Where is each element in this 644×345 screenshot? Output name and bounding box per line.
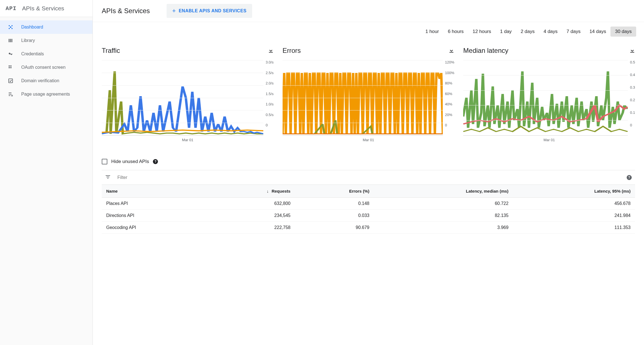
ylabel: 0.1: [630, 110, 635, 115]
ylabel: 0: [445, 123, 454, 127]
ylabel: 0.2: [630, 98, 635, 102]
ylabel: 1.5/s: [266, 92, 273, 96]
ylabel: 3.0/s: [266, 60, 273, 64]
chart-title: Median latency: [463, 47, 508, 55]
sidebar-item-dashboard[interactable]: Dashboard: [0, 20, 93, 34]
cell-errors: 0.148: [295, 198, 374, 210]
time-range-30-days[interactable]: 30 days: [610, 27, 636, 37]
cell-errors: 0.033: [295, 210, 374, 222]
sidebar-item-oauth-consent[interactable]: OAuth consent screen: [0, 61, 93, 74]
svg-rect-8: [9, 65, 10, 67]
ylabel: 0.4: [630, 73, 635, 77]
chart-ylabels: 120% 100% 80% 60% 40% 20% 0: [445, 60, 454, 127]
filter-icon[interactable]: [105, 174, 111, 181]
time-range-6-hours[interactable]: 6 hours: [443, 27, 468, 37]
svg-rect-19: [630, 52, 634, 53]
cell-latency-median: 60.722: [374, 198, 513, 210]
hide-unused-apis-row: Hide unused APIs ?: [93, 148, 644, 170]
chart-ylabels: 3.0/s 2.5/s 2.0/s 1.5/s 1.0/s 0.5/s 0: [266, 60, 273, 127]
ylabel: 0: [266, 123, 273, 127]
svg-rect-6: [10, 39, 11, 42]
sidebar-item-label: Domain verification: [21, 78, 59, 83]
ylabel: 80%: [445, 81, 454, 85]
cell-name: Geocoding API: [102, 222, 207, 234]
column-header-latency-median[interactable]: Latency, median (ms): [374, 185, 513, 198]
chart-ylabels: 0.5 0.4 0.3 0.2 0.1 0: [630, 60, 635, 127]
sort-down-icon: ↓: [267, 189, 269, 193]
svg-rect-7: [11, 39, 12, 42]
chart-plot: [102, 60, 263, 136]
column-header-errors[interactable]: Errors (%): [295, 185, 374, 198]
cell-latency-95: 456.678: [513, 198, 635, 210]
library-icon: [8, 38, 13, 43]
chart-title: Errors: [283, 47, 301, 55]
filter-bar: ?: [102, 170, 635, 185]
ylabel: 120%: [445, 60, 454, 64]
filter-input[interactable]: [117, 175, 620, 180]
enable-apis-button[interactable]: + ENABLE APIS AND SERVICES: [167, 4, 252, 18]
column-header-latency-95[interactable]: Latency, 95% (ms): [513, 185, 635, 198]
svg-rect-11: [10, 67, 11, 68]
time-range-14-days[interactable]: 14 days: [585, 27, 611, 37]
help-icon[interactable]: ?: [153, 159, 158, 164]
ylabel: 0.3: [630, 85, 635, 89]
time-range-12-hours[interactable]: 12 hours: [468, 27, 496, 37]
svg-rect-15: [9, 95, 10, 96]
ylabel: 20%: [445, 113, 454, 117]
hide-unused-checkbox[interactable]: [102, 159, 107, 164]
column-header-requests[interactable]: ↓ Requests: [207, 185, 295, 198]
download-icon[interactable]: [449, 48, 454, 54]
cell-latency-median: 82.135: [374, 210, 513, 222]
svg-rect-18: [449, 52, 453, 53]
consent-icon: [8, 65, 13, 70]
ylabel: 100%: [445, 71, 454, 75]
cell-requests: 632,800: [207, 198, 295, 210]
cell-name: Places API: [102, 198, 207, 210]
time-range-4-days[interactable]: 4 days: [539, 27, 562, 37]
sidebar-item-label: Page usage agreements: [21, 92, 70, 97]
main-content: APIs & Services + ENABLE APIS AND SERVIC…: [93, 0, 644, 345]
cell-name: Directions API: [102, 210, 207, 222]
svg-point-3: [11, 28, 13, 29]
sidebar-item-credentials[interactable]: Credentials: [0, 47, 93, 61]
sidebar-item-label: Credentials: [21, 51, 44, 56]
time-range-7-days[interactable]: 7 days: [562, 27, 585, 37]
table-row[interactable]: Directions API 234,545 0.033 82.135 241.…: [102, 210, 635, 222]
table-row[interactable]: Places API 632,800 0.148 60.722 456.678: [102, 198, 635, 210]
help-icon[interactable]: ?: [627, 175, 632, 180]
svg-point-2: [9, 28, 10, 29]
column-header-name[interactable]: Name: [102, 185, 207, 198]
svg-rect-9: [10, 65, 11, 67]
dashboard-icon: [8, 24, 13, 30]
sidebar-item-label: Library: [21, 38, 35, 43]
main-header: APIs & Services + ENABLE APIS AND SERVIC…: [93, 0, 644, 22]
chart-xlabel: Mar 01: [102, 138, 274, 142]
download-icon[interactable]: [629, 48, 635, 54]
svg-rect-10: [9, 67, 10, 68]
chart-xlabel: Mar 01: [283, 138, 454, 142]
time-range-selector: 1 hour 6 hours 12 hours 1 day 2 days 4 d…: [93, 22, 644, 41]
ylabel: 2.5/s: [266, 71, 273, 75]
cell-requests: 234,545: [207, 210, 295, 222]
key-icon: [8, 51, 13, 57]
check-icon: [8, 78, 13, 84]
agreements-icon: [8, 91, 13, 97]
chart-plot: [463, 60, 628, 136]
sidebar-item-page-usage-agreements[interactable]: Page usage agreements: [0, 88, 93, 101]
apis-table: Name ↓ Requests Errors (%) Latency, medi…: [102, 185, 635, 234]
svg-point-4: [10, 27, 11, 28]
sidebar-item-domain-verification[interactable]: Domain verification: [0, 74, 93, 88]
time-range-1-hour[interactable]: 1 hour: [421, 27, 443, 37]
svg-rect-14: [9, 94, 11, 94]
sidebar-item-library[interactable]: Library: [0, 34, 93, 47]
time-range-2-days[interactable]: 2 days: [516, 27, 539, 37]
time-range-1-day[interactable]: 1 day: [496, 27, 516, 37]
latency-lines: [463, 60, 628, 135]
download-icon[interactable]: [268, 48, 274, 54]
chart-title: Traffic: [102, 47, 120, 55]
ylabel: 2.0/s: [266, 81, 273, 85]
chart-plot: [283, 60, 443, 136]
enable-apis-label: ENABLE APIS AND SERVICES: [179, 8, 247, 13]
ylabel: 0.5/s: [266, 113, 273, 117]
table-row[interactable]: Geocoding API 222,758 90.679 3.969 111.3…: [102, 222, 635, 234]
